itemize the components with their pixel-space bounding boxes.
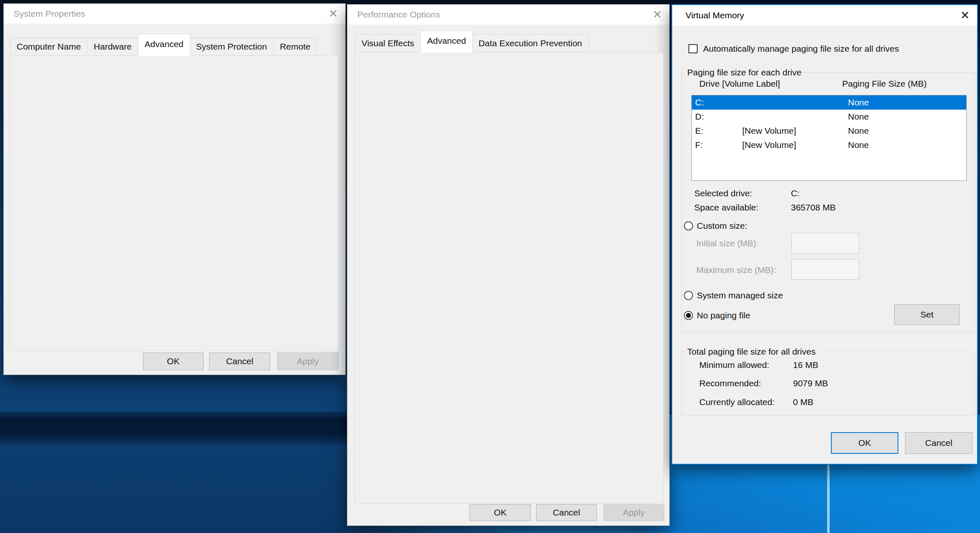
drive-volume: [New Volume] — [742, 126, 848, 136]
space-available-label: Space available: — [694, 202, 758, 213]
drive-row-c[interactable]: C: None — [692, 95, 966, 110]
drive-row-f[interactable]: F: [New Volume] None — [692, 138, 966, 152]
column-header-size: Paging File Size (MB) — [842, 78, 927, 89]
drive-letter: D: — [692, 112, 742, 122]
system-properties-tab-page — [10, 55, 338, 350]
custom-size-radio[interactable] — [684, 221, 693, 230]
set-button[interactable]: Set — [894, 304, 960, 325]
drive-paging-size: None — [848, 98, 966, 108]
initial-size-label: Initial size (MB): — [696, 238, 758, 249]
initial-size-input[interactable] — [791, 233, 859, 254]
drive-letter: F: — [692, 140, 742, 150]
performance-options-cancel-button[interactable]: Cancel — [536, 504, 597, 521]
drive-paging-size: None — [848, 126, 966, 136]
tab-data-execution-prevention[interactable]: Data Execution Prevention — [472, 34, 589, 53]
column-header-drive: Drive [Volume Label] — [699, 78, 780, 89]
minimum-allowed-value: 16 MB — [793, 360, 818, 370]
virtual-memory-cancel-button[interactable]: Cancel — [905, 432, 973, 454]
tab-advanced[interactable]: Advanced — [138, 34, 190, 56]
system-properties-tabs: Computer Name Hardware Advanced System P… — [10, 34, 317, 56]
close-icon[interactable]: ✕ — [645, 5, 669, 25]
performance-options-tabs: Visual Effects Advanced Data Execution P… — [355, 30, 589, 53]
performance-options-apply-button[interactable]: Apply — [603, 504, 664, 521]
close-icon[interactable]: ✕ — [321, 4, 345, 24]
drive-letter: C: — [692, 98, 742, 108]
virtual-memory-titlebar[interactable]: Virtual Memory ✕ — [672, 5, 977, 26]
desktop-light-beam — [827, 463, 830, 533]
selected-drive-label: Selected drive: — [694, 188, 752, 199]
currently-allocated-value: 0 MB — [793, 397, 813, 408]
drive-volume: [New Volume] — [742, 140, 848, 150]
drive-row-d[interactable]: D: None — [692, 110, 966, 124]
tab-system-protection[interactable]: System Protection — [190, 38, 274, 56]
no-paging-file-radio[interactable] — [684, 311, 693, 320]
currently-allocated-label: Currently allocated: — [699, 397, 775, 408]
close-icon[interactable]: ✕ — [953, 5, 977, 26]
performance-options-ok-button[interactable]: OK — [469, 504, 531, 521]
recommended-label: Recommended: — [699, 378, 761, 389]
recommended-value: 9079 MB — [793, 378, 828, 389]
virtual-memory-title: Virtual Memory — [686, 10, 744, 20]
system-properties-ok-button[interactable]: OK — [143, 353, 204, 370]
performance-options-title: Performance Options — [357, 10, 440, 20]
auto-manage-checkbox-label: Automatically manage paging file size fo… — [703, 43, 899, 54]
tab-visual-effects[interactable]: Visual Effects — [355, 34, 421, 53]
tab-po-advanced[interactable]: Advanced — [420, 30, 472, 53]
screen: System Properties ✕ Computer Name Hardwa… — [0, 0, 980, 533]
performance-options-titlebar[interactable]: Performance Options ✕ — [347, 5, 669, 25]
maximum-size-label: Maximum size (MB): — [696, 265, 776, 275]
paging-file-group-label: Paging file size for each drive — [685, 68, 803, 78]
paging-file-group: Paging file size for each drive Drive [V… — [681, 73, 975, 333]
drive-list[interactable]: C: None D: None E: [New Volume] None F: … — [691, 95, 967, 181]
window-performance-options: Performance Options ✕ Visual Effects Adv… — [347, 4, 670, 526]
space-available-value: 365708 MB — [791, 202, 835, 213]
system-properties-cancel-button[interactable]: Cancel — [209, 353, 270, 370]
system-properties-apply-button[interactable]: Apply — [277, 353, 339, 370]
minimum-allowed-label: Minimum allowed: — [699, 360, 769, 370]
tab-hardware[interactable]: Hardware — [87, 38, 138, 56]
system-properties-titlebar[interactable]: System Properties ✕ — [4, 4, 345, 24]
window-virtual-memory: Virtual Memory ✕ Automatically manage pa… — [671, 4, 978, 465]
totals-group-label: Total paging file size for all drives — [685, 347, 818, 357]
window-system-properties: System Properties ✕ Computer Name Hardwa… — [3, 3, 346, 375]
totals-group: Total paging file size for all drives Mi… — [681, 352, 975, 416]
drive-row-e[interactable]: E: [New Volume] None — [692, 124, 966, 138]
maximum-size-input[interactable] — [791, 259, 859, 280]
performance-options-tab-page — [354, 52, 663, 504]
system-managed-radio[interactable] — [684, 291, 693, 300]
tab-computer-name[interactable]: Computer Name — [10, 38, 87, 56]
virtual-memory-ok-button[interactable]: OK — [831, 432, 898, 454]
system-managed-radio-label: System managed size — [697, 290, 783, 301]
no-paging-file-radio-label: No paging file — [697, 310, 750, 321]
drive-paging-size: None — [848, 140, 966, 150]
system-properties-title: System Properties — [14, 9, 85, 19]
tab-remote[interactable]: Remote — [274, 38, 317, 56]
drive-letter: E: — [692, 126, 742, 136]
selected-drive-value: C: — [791, 188, 800, 199]
drive-paging-size: None — [848, 112, 966, 122]
auto-manage-checkbox[interactable] — [688, 44, 698, 53]
custom-size-radio-label: Custom size: — [697, 220, 747, 231]
